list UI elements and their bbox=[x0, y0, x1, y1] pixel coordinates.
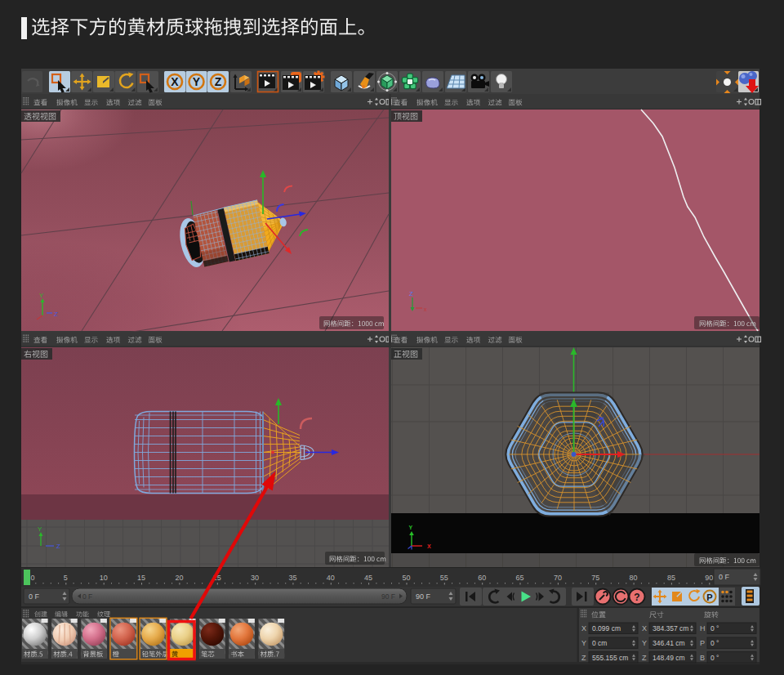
svg-text:X: X bbox=[642, 624, 647, 633]
svg-text:H: H bbox=[700, 624, 706, 633]
svg-text:Z: Z bbox=[581, 654, 586, 662]
svg-text:x: x bbox=[424, 306, 427, 312]
svg-text:Y: Y bbox=[193, 75, 201, 88]
svg-text:346.41 cm: 346.41 cm bbox=[653, 639, 685, 647]
svg-text:0 F: 0 F bbox=[82, 592, 92, 601]
svg-text:0 F: 0 F bbox=[719, 573, 730, 581]
svg-text:Y: Y bbox=[581, 639, 586, 647]
svg-text:0 °: 0 ° bbox=[710, 639, 719, 647]
svg-text:Z: Z bbox=[642, 654, 647, 662]
svg-text:X: X bbox=[427, 543, 431, 549]
svg-text:0: 0 bbox=[30, 574, 34, 582]
svg-text:10: 10 bbox=[100, 574, 108, 582]
svg-text:0.099 cm: 0.099 cm bbox=[592, 624, 621, 633]
svg-text:0 °: 0 ° bbox=[710, 654, 719, 662]
svg-text:90 F: 90 F bbox=[416, 592, 431, 601]
svg-text:Z: Z bbox=[54, 311, 58, 318]
svg-text:148.49 cm: 148.49 cm bbox=[653, 654, 685, 662]
svg-text:Y: Y bbox=[38, 525, 42, 533]
svg-text:70: 70 bbox=[554, 574, 562, 582]
svg-text:Z: Z bbox=[409, 290, 413, 297]
svg-text:B: B bbox=[700, 654, 705, 662]
svg-text:Z: Z bbox=[56, 543, 60, 550]
svg-text:45: 45 bbox=[364, 574, 372, 582]
svg-text:555.155 cm: 555.155 cm bbox=[592, 654, 628, 662]
svg-text:15: 15 bbox=[137, 574, 145, 582]
svg-text:0 F: 0 F bbox=[29, 592, 40, 601]
svg-text:P: P bbox=[706, 592, 712, 602]
svg-text:30: 30 bbox=[251, 574, 259, 582]
svg-text:90 F: 90 F bbox=[381, 592, 395, 601]
svg-text:0 cm: 0 cm bbox=[592, 639, 607, 647]
svg-text:X: X bbox=[581, 624, 586, 633]
svg-text:65: 65 bbox=[515, 574, 523, 582]
svg-text:Y: Y bbox=[409, 525, 413, 530]
svg-text:?: ? bbox=[634, 592, 639, 603]
svg-text:0 °: 0 ° bbox=[710, 624, 719, 633]
svg-text:P: P bbox=[700, 639, 705, 647]
svg-text:75: 75 bbox=[591, 574, 599, 582]
svg-text:85: 85 bbox=[667, 574, 675, 582]
svg-text:80: 80 bbox=[630, 574, 638, 582]
svg-text:20: 20 bbox=[175, 574, 183, 582]
svg-text:Z: Z bbox=[215, 75, 222, 88]
svg-text:X: X bbox=[171, 75, 179, 88]
svg-text:90: 90 bbox=[705, 574, 713, 582]
svg-text:384.357 cm: 384.357 cm bbox=[653, 624, 688, 633]
svg-text:Y: Y bbox=[642, 639, 647, 647]
svg-text:55: 55 bbox=[440, 574, 448, 582]
svg-text:5: 5 bbox=[64, 574, 68, 582]
svg-text:50: 50 bbox=[402, 574, 410, 582]
svg-text:60: 60 bbox=[478, 574, 486, 582]
svg-text:40: 40 bbox=[327, 574, 335, 582]
svg-text:Y: Y bbox=[39, 292, 44, 299]
svg-text:35: 35 bbox=[288, 574, 296, 582]
